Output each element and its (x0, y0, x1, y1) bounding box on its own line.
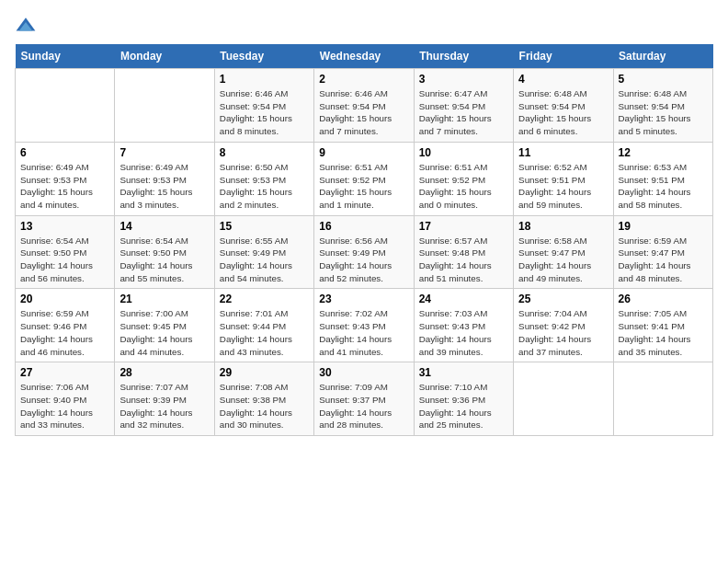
header-thursday: Thursday (414, 44, 513, 69)
day-number: 15 (220, 220, 309, 233)
calendar-cell: 5Sunrise: 6:48 AM Sunset: 9:54 PM Daylig… (613, 69, 712, 143)
day-number: 9 (319, 146, 408, 159)
day-number: 21 (119, 293, 209, 305)
day-info: Sunrise: 6:51 AM Sunset: 9:52 PM Dayligh… (419, 161, 508, 212)
calendar-week-row: 20Sunrise: 6:59 AM Sunset: 9:46 PM Dayli… (16, 289, 713, 362)
calendar-cell: 9Sunrise: 6:51 AM Sunset: 9:52 PM Daylig… (314, 142, 414, 215)
calendar-cell: 6Sunrise: 6:49 AM Sunset: 9:53 PM Daylig… (16, 142, 115, 215)
day-info: Sunrise: 7:03 AM Sunset: 9:43 PM Dayligh… (419, 307, 508, 358)
day-number: 8 (220, 146, 309, 159)
day-info: Sunrise: 7:06 AM Sunset: 9:40 PM Dayligh… (20, 381, 109, 431)
calendar-cell (613, 362, 712, 436)
calendar-cell: 2Sunrise: 6:46 AM Sunset: 9:54 PM Daylig… (314, 69, 414, 143)
day-number: 31 (419, 366, 508, 379)
calendar-week-row: 27Sunrise: 7:06 AM Sunset: 9:40 PM Dayli… (16, 362, 713, 436)
day-number: 3 (419, 73, 508, 86)
day-number: 19 (619, 220, 708, 233)
calendar-cell: 15Sunrise: 6:55 AM Sunset: 9:49 PM Dayli… (214, 215, 313, 289)
calendar-cell: 24Sunrise: 7:03 AM Sunset: 9:43 PM Dayli… (414, 289, 513, 362)
day-number: 4 (518, 73, 608, 86)
day-number: 23 (319, 293, 408, 305)
calendar-cell: 11Sunrise: 6:52 AM Sunset: 9:51 PM Dayli… (514, 142, 613, 215)
day-number: 12 (619, 146, 708, 159)
day-info: Sunrise: 6:50 AM Sunset: 9:53 PM Dayligh… (220, 161, 309, 212)
day-number: 28 (119, 366, 209, 379)
day-number: 18 (518, 220, 608, 233)
day-info: Sunrise: 6:46 AM Sunset: 9:54 PM Dayligh… (220, 87, 309, 138)
day-number: 29 (220, 366, 309, 379)
day-info: Sunrise: 6:48 AM Sunset: 9:54 PM Dayligh… (518, 87, 608, 138)
day-info: Sunrise: 6:49 AM Sunset: 9:53 PM Dayligh… (119, 161, 209, 212)
calendar-cell: 31Sunrise: 7:10 AM Sunset: 9:36 PM Dayli… (414, 362, 513, 436)
day-info: Sunrise: 7:09 AM Sunset: 9:37 PM Dayligh… (319, 381, 408, 431)
day-info: Sunrise: 7:08 AM Sunset: 9:38 PM Dayligh… (220, 381, 309, 431)
calendar-cell: 12Sunrise: 6:53 AM Sunset: 9:51 PM Dayli… (613, 142, 712, 215)
header-monday: Monday (115, 44, 214, 69)
calendar-week-row: 6Sunrise: 6:49 AM Sunset: 9:53 PM Daylig… (16, 142, 713, 215)
day-number: 16 (319, 220, 408, 233)
day-number: 30 (319, 366, 408, 379)
day-number: 5 (619, 73, 708, 86)
day-number: 6 (20, 146, 109, 159)
day-number: 2 (319, 73, 408, 86)
calendar-cell: 13Sunrise: 6:54 AM Sunset: 9:50 PM Dayli… (16, 215, 115, 289)
day-info: Sunrise: 6:53 AM Sunset: 9:51 PM Dayligh… (619, 161, 708, 212)
page-header (15, 15, 713, 37)
day-number: 11 (518, 146, 608, 159)
calendar-week-row: 1Sunrise: 6:46 AM Sunset: 9:54 PM Daylig… (16, 69, 713, 143)
logo (15, 15, 40, 37)
calendar-cell: 28Sunrise: 7:07 AM Sunset: 9:39 PM Dayli… (115, 362, 214, 436)
calendar-cell: 23Sunrise: 7:02 AM Sunset: 9:43 PM Dayli… (314, 289, 414, 362)
calendar-cell: 14Sunrise: 6:54 AM Sunset: 9:50 PM Dayli… (115, 215, 214, 289)
calendar-cell: 3Sunrise: 6:47 AM Sunset: 9:54 PM Daylig… (414, 69, 513, 143)
day-info: Sunrise: 6:59 AM Sunset: 9:46 PM Dayligh… (20, 307, 109, 358)
calendar-cell (514, 362, 613, 436)
day-number: 13 (20, 220, 109, 233)
day-info: Sunrise: 6:57 AM Sunset: 9:48 PM Dayligh… (419, 235, 508, 285)
day-number: 22 (220, 293, 309, 305)
calendar-cell: 19Sunrise: 6:59 AM Sunset: 9:47 PM Dayli… (613, 215, 712, 289)
day-info: Sunrise: 6:55 AM Sunset: 9:49 PM Dayligh… (220, 235, 309, 285)
calendar-cell: 10Sunrise: 6:51 AM Sunset: 9:52 PM Dayli… (414, 142, 513, 215)
calendar-cell: 25Sunrise: 7:04 AM Sunset: 9:42 PM Dayli… (514, 289, 613, 362)
day-info: Sunrise: 7:05 AM Sunset: 9:41 PM Dayligh… (619, 307, 708, 358)
day-info: Sunrise: 7:02 AM Sunset: 9:43 PM Dayligh… (319, 307, 408, 358)
calendar-header-row: SundayMondayTuesdayWednesdayThursdayFrid… (16, 44, 713, 69)
calendar-week-row: 13Sunrise: 6:54 AM Sunset: 9:50 PM Dayli… (16, 215, 713, 289)
day-info: Sunrise: 6:54 AM Sunset: 9:50 PM Dayligh… (20, 235, 109, 285)
day-number: 14 (119, 220, 209, 233)
day-info: Sunrise: 6:51 AM Sunset: 9:52 PM Dayligh… (319, 161, 408, 212)
day-info: Sunrise: 6:48 AM Sunset: 9:54 PM Dayligh… (619, 87, 708, 138)
calendar-cell: 30Sunrise: 7:09 AM Sunset: 9:37 PM Dayli… (314, 362, 414, 436)
header-saturday: Saturday (613, 44, 712, 69)
calendar-cell (16, 69, 115, 143)
day-number: 26 (619, 293, 708, 305)
calendar-cell: 26Sunrise: 7:05 AM Sunset: 9:41 PM Dayli… (613, 289, 712, 362)
day-info: Sunrise: 6:46 AM Sunset: 9:54 PM Dayligh… (319, 87, 408, 138)
day-info: Sunrise: 6:56 AM Sunset: 9:49 PM Dayligh… (319, 235, 408, 285)
day-info: Sunrise: 7:00 AM Sunset: 9:45 PM Dayligh… (119, 307, 209, 358)
header-sunday: Sunday (16, 44, 115, 69)
calendar-cell: 17Sunrise: 6:57 AM Sunset: 9:48 PM Dayli… (414, 215, 513, 289)
day-number: 24 (419, 293, 508, 305)
day-info: Sunrise: 7:04 AM Sunset: 9:42 PM Dayligh… (518, 307, 608, 358)
calendar-cell: 8Sunrise: 6:50 AM Sunset: 9:53 PM Daylig… (214, 142, 313, 215)
day-info: Sunrise: 6:54 AM Sunset: 9:50 PM Dayligh… (119, 235, 209, 285)
calendar-cell: 16Sunrise: 6:56 AM Sunset: 9:49 PM Dayli… (314, 215, 414, 289)
calendar-table: SundayMondayTuesdayWednesdayThursdayFrid… (15, 44, 713, 436)
day-number: 1 (220, 73, 309, 86)
day-number: 10 (419, 146, 508, 159)
day-info: Sunrise: 7:01 AM Sunset: 9:44 PM Dayligh… (220, 307, 309, 358)
day-info: Sunrise: 6:59 AM Sunset: 9:47 PM Dayligh… (619, 235, 708, 285)
header-friday: Friday (514, 44, 613, 69)
day-number: 7 (119, 146, 209, 159)
calendar-cell: 4Sunrise: 6:48 AM Sunset: 9:54 PM Daylig… (514, 69, 613, 143)
day-number: 20 (20, 293, 109, 305)
calendar-cell (115, 69, 214, 143)
day-info: Sunrise: 7:07 AM Sunset: 9:39 PM Dayligh… (119, 381, 209, 431)
calendar-cell: 7Sunrise: 6:49 AM Sunset: 9:53 PM Daylig… (115, 142, 214, 215)
day-info: Sunrise: 6:47 AM Sunset: 9:54 PM Dayligh… (419, 87, 508, 138)
day-number: 17 (419, 220, 508, 233)
day-info: Sunrise: 6:58 AM Sunset: 9:47 PM Dayligh… (518, 235, 608, 285)
calendar-cell: 18Sunrise: 6:58 AM Sunset: 9:47 PM Dayli… (514, 215, 613, 289)
